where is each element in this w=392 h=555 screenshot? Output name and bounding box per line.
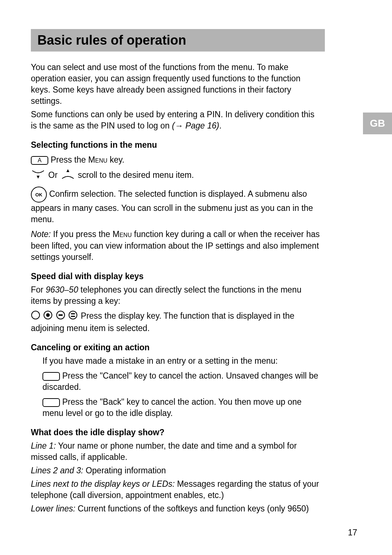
svg-rect-6 bbox=[58, 314, 63, 316]
model-range: 9630–50 bbox=[46, 285, 78, 294]
svg-point-7 bbox=[69, 311, 77, 319]
cancel-text: Press the "Cancel" key to cancel the act… bbox=[42, 371, 318, 392]
cancel-key-icon bbox=[42, 372, 60, 381]
lowerlines-text: Current functions of the softkeys and fu… bbox=[75, 504, 309, 513]
lowerlines-label: Lower lines: bbox=[31, 504, 75, 513]
idle-lower-lines: Lower lines: Current functions of the so… bbox=[31, 503, 321, 514]
language-tab: GB bbox=[363, 113, 392, 134]
section-title-selecting: Selecting functions in the menu bbox=[31, 139, 321, 151]
text: key. bbox=[107, 155, 124, 164]
svg-marker-1 bbox=[66, 169, 69, 172]
svg-rect-9 bbox=[71, 316, 75, 317]
idle-display-keys: Lines next to the display keys or LEDs: … bbox=[31, 478, 321, 501]
svg-marker-0 bbox=[37, 176, 40, 179]
svg-point-4 bbox=[46, 313, 50, 317]
speeddial-models: For 9630–50 telephones you can directly … bbox=[31, 284, 321, 307]
page-title: Basic rules of operation bbox=[37, 33, 318, 48]
ok-key-icon: OK bbox=[31, 187, 47, 203]
scroll-down-icon bbox=[31, 168, 45, 181]
page-reference: (→ Page 16) bbox=[172, 121, 219, 130]
display-key-minus-icon bbox=[56, 310, 65, 323]
ok-label: OK bbox=[35, 192, 42, 198]
scroll-instruction: Or scroll to the desired menu item. bbox=[31, 168, 321, 181]
svg-rect-8 bbox=[71, 313, 75, 314]
menu-word: Menu bbox=[113, 229, 132, 239]
line1-label: Line 1: bbox=[31, 441, 56, 450]
display-key-dot-icon bbox=[43, 310, 53, 323]
scroll-up-icon bbox=[61, 168, 75, 181]
text: If you press the bbox=[51, 229, 113, 239]
line1-text: Your name or phone number, the date and … bbox=[31, 441, 297, 462]
page-number: 17 bbox=[348, 528, 357, 538]
display-key-empty-icon bbox=[31, 310, 40, 323]
idle-line1: Line 1: Your name or phone number, the d… bbox=[31, 440, 321, 463]
idle-line2-3: Lines 2 and 3: Operating information bbox=[31, 465, 321, 476]
section-title-idle: What does the idle display show? bbox=[31, 427, 321, 438]
cancel-intro: If you have made a mistake in an entry o… bbox=[42, 355, 321, 367]
section-title-speeddial: Speed dial with display keys bbox=[31, 271, 321, 282]
text: For bbox=[31, 285, 46, 294]
ok-text: Confirm selection. The selected function… bbox=[31, 189, 313, 224]
menu-key-instruction: A Press the Menu key. bbox=[31, 154, 321, 166]
intro-paragraph-1: You can select and use most of the funct… bbox=[31, 62, 321, 107]
back-text: Press the "Back" key to cancel the actio… bbox=[42, 397, 302, 418]
display-key-instruction: Press the display key. The function that… bbox=[31, 310, 321, 334]
displaykeys-label: Lines next to the display keys or LEDs: bbox=[31, 479, 175, 489]
or-text: Or bbox=[48, 170, 58, 181]
display-key-lines-icon bbox=[68, 310, 78, 323]
svg-point-2 bbox=[32, 311, 40, 319]
cancel-key-instruction: Press the "Cancel" key to cancel the act… bbox=[42, 370, 321, 393]
section-title-cancel: Canceling or exiting an action bbox=[31, 342, 321, 353]
menu-key-icon: A bbox=[31, 156, 48, 165]
menu-key-label: A bbox=[38, 157, 42, 163]
lines23-label: Lines 2 and 3: bbox=[31, 466, 83, 475]
back-key-instruction: Press the "Back" key to cancel the actio… bbox=[42, 396, 321, 419]
lines23-text: Operating information bbox=[83, 466, 166, 475]
intro-p2-end: . bbox=[219, 121, 221, 130]
note-label: Note: bbox=[31, 229, 51, 239]
back-key-icon bbox=[42, 398, 60, 407]
menu-word: Menu bbox=[88, 155, 107, 164]
page-header: Basic rules of operation bbox=[31, 29, 325, 52]
note-paragraph: Note: If you press the Menu function key… bbox=[31, 229, 321, 262]
intro-paragraph-2: Some functions can only be used by enter… bbox=[31, 109, 321, 131]
page-content: You can select and use most of the funct… bbox=[31, 62, 321, 514]
scroll-text: scroll to the desired menu item. bbox=[78, 170, 194, 181]
tab-label: GB bbox=[370, 118, 385, 129]
ok-instruction: OK Confirm selection. The selected funct… bbox=[31, 187, 321, 225]
text: Press the bbox=[48, 155, 88, 164]
